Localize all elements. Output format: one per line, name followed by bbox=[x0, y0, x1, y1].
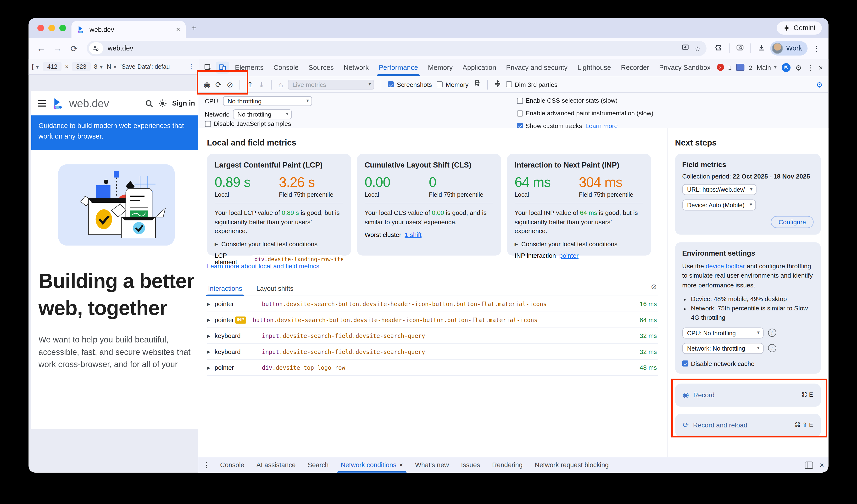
url-text[interactable]: web.dev bbox=[108, 45, 679, 52]
issues-count[interactable]: 2 bbox=[749, 64, 753, 71]
throttle-select[interactable]: N ▼ bbox=[107, 63, 117, 70]
error-count[interactable]: 1 bbox=[728, 64, 732, 71]
configure-button[interactable]: Configure bbox=[771, 216, 814, 228]
cpu-info-icon[interactable]: i bbox=[768, 329, 776, 337]
target-select[interactable]: Main▼ bbox=[757, 63, 777, 71]
device-toolbar-link[interactable]: device toolbar bbox=[706, 263, 745, 269]
drawer-tab-search[interactable]: Search bbox=[302, 457, 334, 472]
omnibox[interactable]: web.dev ☆ bbox=[87, 41, 706, 56]
error-badge-icon[interactable]: × bbox=[717, 64, 724, 71]
settings-gear-icon[interactable]: ⚙ bbox=[795, 63, 802, 72]
maximize-window-button[interactable] bbox=[59, 24, 66, 31]
hamburger-menu-icon[interactable] bbox=[38, 100, 46, 107]
browser-menu-icon[interactable]: ⋮ bbox=[810, 44, 823, 53]
paint-instrumentation-checkbox[interactable]: Enable advanced paint instrumentation (s… bbox=[517, 110, 653, 117]
disable-network-cache-checkbox[interactable]: Disable network cache bbox=[682, 360, 814, 367]
devtools-close-icon[interactable]: × bbox=[819, 63, 823, 72]
interaction-row[interactable]: ▶pointer INP button.devsite-search-butto… bbox=[207, 312, 658, 328]
inp-interaction-link[interactable]: pointer bbox=[559, 252, 578, 259]
gemini-button[interactable]: Gemini bbox=[777, 21, 822, 35]
new-tab-button[interactable]: + bbox=[191, 22, 197, 34]
css-selector-stats-checkbox[interactable]: Enable CSS selector stats (slow) bbox=[517, 97, 618, 104]
tab-recorder[interactable]: Recorder bbox=[616, 59, 654, 76]
env-cpu-select[interactable]: CPU: No throttling bbox=[682, 327, 763, 338]
garbage-collect-icon[interactable] bbox=[473, 80, 481, 88]
device-width-input[interactable]: 412 bbox=[43, 62, 62, 71]
layout-shifts-tab[interactable]: Layout shifts bbox=[255, 282, 295, 296]
reload-button[interactable]: ⟳ bbox=[67, 43, 81, 54]
cls-field-label: Field 75th percentile bbox=[429, 191, 493, 198]
site-settings-icon[interactable] bbox=[89, 43, 103, 54]
devtools-menu-icon[interactable]: ⋮ bbox=[806, 63, 814, 72]
network-info-icon[interactable]: i bbox=[768, 344, 776, 352]
tab-application[interactable]: Application bbox=[458, 59, 501, 76]
drawer-tab-network-request-blocking[interactable]: Network request blocking bbox=[529, 457, 614, 472]
drawer-tab-console[interactable]: Console bbox=[215, 457, 250, 472]
tab-privacy-security[interactable]: Privacy and security bbox=[501, 59, 573, 76]
interactions-tab[interactable]: Interactions bbox=[207, 282, 243, 296]
tab-privacy-sandbox[interactable]: Privacy Sandbox bbox=[654, 59, 716, 76]
home-icon[interactable]: ⌂ bbox=[279, 80, 283, 88]
install-icon[interactable] bbox=[679, 44, 691, 53]
profile-chip[interactable]: Work bbox=[770, 41, 807, 55]
device-posture-icon[interactable]: ⇱ bbox=[782, 63, 791, 72]
interaction-row[interactable]: ▶pointer button.devsite-search-button.de… bbox=[207, 296, 658, 312]
drawer-tab-network-conditions[interactable]: Network conditions× bbox=[335, 457, 408, 472]
tab-lighthouse[interactable]: Lighthouse bbox=[573, 59, 616, 76]
downloads-icon[interactable] bbox=[755, 44, 768, 53]
field-url-select[interactable]: URL: https://web.dev/ bbox=[682, 184, 756, 195]
theme-toggle-icon[interactable] bbox=[158, 99, 167, 108]
cpu-throttling-select[interactable]: No throttling bbox=[223, 96, 312, 106]
traffic-lights[interactable] bbox=[37, 24, 66, 31]
perf-settings-gear-icon[interactable]: ⚙ bbox=[816, 80, 823, 89]
signin-button[interactable]: Sign in bbox=[172, 100, 195, 107]
interaction-row[interactable]: ▶keyboard input.devsite-search-field.dev… bbox=[207, 344, 658, 360]
issues-icon[interactable] bbox=[736, 64, 744, 71]
tab-search-icon[interactable] bbox=[734, 44, 747, 53]
drawer-tab-whats-new[interactable]: What's new bbox=[409, 457, 454, 472]
memory-checkbox[interactable]: Memory bbox=[437, 81, 468, 88]
tab-console[interactable]: Console bbox=[268, 59, 304, 76]
minimize-window-button[interactable] bbox=[48, 24, 55, 31]
dim-3rd-parties-checkbox[interactable]: Dim 3rd parties bbox=[506, 81, 557, 88]
drawer-tab-rendering[interactable]: Rendering bbox=[487, 457, 528, 472]
tab-performance[interactable]: Performance bbox=[374, 59, 423, 76]
bookmark-star-icon[interactable]: ☆ bbox=[691, 44, 703, 52]
site-brand[interactable]: web.dev bbox=[69, 97, 109, 110]
network-throttling-select[interactable]: No throttling bbox=[233, 110, 292, 119]
clear-log-icon[interactable]: ⊘ bbox=[651, 282, 657, 290]
interaction-row[interactable]: ▶keyboard input.devsite-search-field.dev… bbox=[207, 328, 658, 344]
save-profile-icon[interactable]: ↧ bbox=[258, 80, 265, 88]
tab-memory[interactable]: Memory bbox=[423, 59, 458, 76]
save-data-label[interactable]: 'Save-Data': defau bbox=[120, 63, 170, 70]
screenshots-checkbox[interactable]: Screenshots bbox=[388, 81, 432, 88]
back-button[interactable]: ← bbox=[34, 43, 48, 53]
drawer-layout-icon[interactable] bbox=[805, 461, 813, 469]
disable-js-samples-checkbox[interactable]: Disable JavaScript samples bbox=[205, 120, 291, 127]
tab-close-icon[interactable]: × bbox=[176, 26, 180, 34]
env-network-select[interactable]: Network: No throttling bbox=[682, 343, 763, 354]
collapse-icon[interactable] bbox=[494, 80, 501, 88]
device-toolbar-menu-icon[interactable]: ⋮ bbox=[188, 63, 194, 70]
tab-network[interactable]: Network bbox=[339, 59, 374, 76]
browser-tab[interactable]: web.dev × bbox=[71, 21, 186, 38]
device-height-input[interactable]: 823 bbox=[72, 62, 91, 71]
tab-sources[interactable]: Sources bbox=[304, 59, 339, 76]
close-window-button[interactable] bbox=[37, 24, 44, 31]
lcp-element-link[interactable]: div.devsite-landing-row-ite… bbox=[252, 255, 343, 263]
forward-button[interactable]: → bbox=[50, 43, 65, 53]
lcp-consider-expand[interactable]: ▶Consider your local test conditions bbox=[215, 241, 343, 248]
interaction-row[interactable]: ▶pointer div.devsite-top-logo-row 48 ms bbox=[207, 360, 658, 376]
extensions-icon[interactable] bbox=[712, 44, 725, 53]
field-device-select[interactable]: Device: Auto (Mobile) bbox=[682, 200, 756, 211]
inp-consider-expand[interactable]: ▶Consider your local test conditions bbox=[515, 241, 643, 248]
drawer-tab-close-icon[interactable]: × bbox=[399, 461, 403, 469]
device-select[interactable]: [ ▼ bbox=[32, 63, 39, 70]
drawer-close-icon[interactable]: × bbox=[820, 460, 824, 469]
drawer-tab-ai-assistance[interactable]: AI assistance bbox=[251, 457, 301, 472]
search-icon[interactable] bbox=[145, 99, 153, 107]
cls-worst-link[interactable]: 1 shift bbox=[405, 231, 421, 238]
drawer-tab-issues[interactable]: Issues bbox=[455, 457, 486, 472]
zoom-select[interactable]: 8 ▼ bbox=[94, 63, 103, 70]
drawer-menu-icon[interactable]: ⋮ bbox=[203, 460, 210, 469]
